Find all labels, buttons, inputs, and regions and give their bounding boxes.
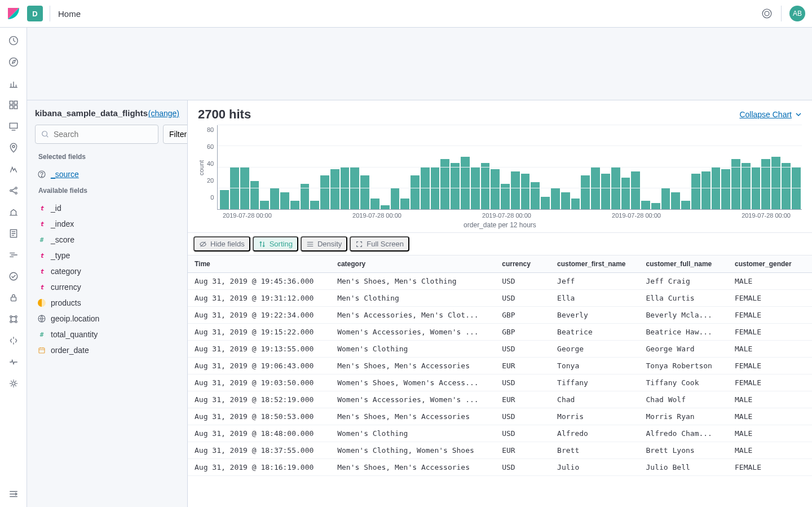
histogram-bar[interactable] <box>792 167 801 210</box>
table-row[interactable]: Aug 31, 2019 @ 18:48:00.000Women's Cloth… <box>188 425 812 442</box>
histogram-bar[interactable] <box>771 157 780 209</box>
sorting-button[interactable]: Sorting <box>253 236 298 252</box>
histogram-bar[interactable] <box>581 175 590 209</box>
table-row[interactable]: Aug 31, 2019 @ 19:15:22.000Women's Acces… <box>188 324 812 341</box>
table-row[interactable]: Aug 31, 2019 @ 18:37:55.000Women's Cloth… <box>188 442 812 459</box>
dev-tools-icon[interactable] <box>8 336 19 346</box>
histogram-bar[interactable] <box>571 199 580 209</box>
histogram-bar[interactable] <box>681 201 690 209</box>
histogram-bar[interactable] <box>421 167 430 210</box>
histogram-bar[interactable] <box>491 169 500 209</box>
column-header[interactable]: Time <box>188 255 330 273</box>
histogram-bar[interactable] <box>621 178 630 209</box>
column-header[interactable]: currency <box>495 255 550 273</box>
dashboard-icon[interactable] <box>8 100 19 110</box>
table-row[interactable]: Aug 31, 2019 @ 19:22:34.000Men's Accesso… <box>188 307 812 324</box>
table-row[interactable]: Aug 31, 2019 @ 18:16:19.000Men's Shoes, … <box>188 459 812 476</box>
help-icon[interactable] <box>762 8 772 19</box>
histogram-bar[interactable] <box>400 199 409 209</box>
collapse-nav-icon[interactable] <box>8 489 19 499</box>
siem-icon[interactable] <box>8 314 19 324</box>
density-button[interactable]: Density <box>301 236 347 252</box>
histogram-bar[interactable] <box>381 205 390 209</box>
field-item[interactable]: tcurrency <box>35 279 179 295</box>
field-search-text[interactable] <box>54 130 152 139</box>
field-item[interactable]: #_score <box>35 232 179 248</box>
recent-icon[interactable] <box>8 36 19 46</box>
field-filter-button[interactable]: Filter <box>163 125 188 144</box>
table-row[interactable]: Aug 31, 2019 @ 19:45:36.000Men's Shoes, … <box>188 273 812 290</box>
histogram-bar[interactable] <box>451 163 460 209</box>
histogram-bar[interactable] <box>712 167 721 210</box>
histogram-bar[interactable] <box>260 201 269 209</box>
user-avatar[interactable]: AB <box>789 6 805 21</box>
field-item[interactable]: t_id <box>35 200 179 216</box>
histogram-bar[interactable] <box>471 167 480 210</box>
column-header[interactable]: customer_gender <box>728 255 812 273</box>
visualize-icon[interactable] <box>8 78 19 89</box>
histogram-bar[interactable] <box>461 157 470 209</box>
histogram-bar[interactable] <box>220 190 229 209</box>
histogram-bar[interactable] <box>481 163 490 209</box>
field-item-source[interactable]: _source <box>35 166 179 182</box>
column-header[interactable]: customer_first_name <box>550 255 639 273</box>
infra-icon[interactable] <box>8 207 19 217</box>
table-row[interactable]: Aug 31, 2019 @ 18:50:53.000Men's Shoes, … <box>188 408 812 425</box>
histogram-bar[interactable] <box>310 201 319 209</box>
space-selector[interactable]: D <box>27 6 43 21</box>
full-screen-button[interactable]: Full Screen <box>350 236 409 252</box>
field-item[interactable]: order_date <box>35 342 179 358</box>
histogram-bar[interactable] <box>250 181 259 209</box>
histogram-bar[interactable] <box>631 171 640 209</box>
table-row[interactable]: Aug 31, 2019 @ 19:06:43.000Men's Shoes, … <box>188 358 812 374</box>
histogram-bar[interactable] <box>521 174 530 209</box>
histogram-bar[interactable] <box>651 203 660 209</box>
histogram-bar[interactable] <box>742 163 751 209</box>
monitoring-icon[interactable] <box>8 357 19 367</box>
table-row[interactable]: Aug 31, 2019 @ 19:03:50.000Women's Shoes… <box>188 374 812 391</box>
histogram-bar[interactable] <box>671 192 680 209</box>
histogram-bar[interactable] <box>290 201 299 209</box>
histogram-bar[interactable] <box>541 197 550 209</box>
field-search-input[interactable] <box>35 125 158 144</box>
change-index-link[interactable]: (change) <box>148 109 179 118</box>
histogram-bar[interactable] <box>752 167 761 210</box>
field-item[interactable]: geoip.location <box>35 311 179 327</box>
management-icon[interactable] <box>8 378 19 389</box>
column-header[interactable]: customer_full_name <box>639 255 728 273</box>
table-row[interactable]: Aug 31, 2019 @ 19:31:12.000Men's Clothin… <box>188 290 812 307</box>
discover-icon[interactable] <box>8 57 19 67</box>
table-row[interactable]: Aug 31, 2019 @ 18:52:19.000Women's Acces… <box>188 391 812 408</box>
field-item[interactable]: t_index <box>35 216 179 232</box>
column-header[interactable]: category <box>330 255 495 273</box>
graph-icon[interactable] <box>8 186 19 196</box>
histogram-bar[interactable] <box>350 167 359 210</box>
table-row[interactable]: Aug 31, 2019 @ 19:13:55.000Women's Cloth… <box>188 341 812 358</box>
histogram-bar[interactable] <box>691 174 700 209</box>
histogram-bar[interactable] <box>561 192 570 209</box>
histogram-bar[interactable] <box>591 167 600 210</box>
histogram-bar[interactable] <box>611 167 620 210</box>
field-item[interactable]: tcategory <box>35 263 179 279</box>
logs-icon[interactable] <box>8 228 19 239</box>
histogram-bar[interactable] <box>531 182 540 209</box>
kibana-logo-icon[interactable] <box>7 7 20 20</box>
histogram-bar[interactable] <box>411 175 420 209</box>
breadcrumb[interactable]: Home <box>58 9 81 19</box>
histogram-bar[interactable] <box>701 171 710 209</box>
field-item[interactable]: t_type <box>35 248 179 263</box>
histogram-bar[interactable] <box>280 192 289 209</box>
field-item[interactable]: products <box>35 295 179 311</box>
histogram-bar[interactable] <box>370 199 379 209</box>
canvas-icon[interactable] <box>8 121 19 131</box>
histogram-bar[interactable] <box>511 171 520 209</box>
maps-icon[interactable] <box>8 143 19 153</box>
histogram-bar[interactable] <box>431 167 440 210</box>
histogram-bar[interactable] <box>360 175 369 209</box>
histogram-bar[interactable] <box>782 163 791 209</box>
apm-icon[interactable] <box>8 250 19 260</box>
uptime-icon[interactable] <box>8 271 19 281</box>
histogram-chart[interactable]: count 806040200 2019-07-28 00:002019-07-… <box>188 125 812 232</box>
histogram-bar[interactable] <box>551 188 560 209</box>
histogram-bar[interactable] <box>330 169 339 209</box>
